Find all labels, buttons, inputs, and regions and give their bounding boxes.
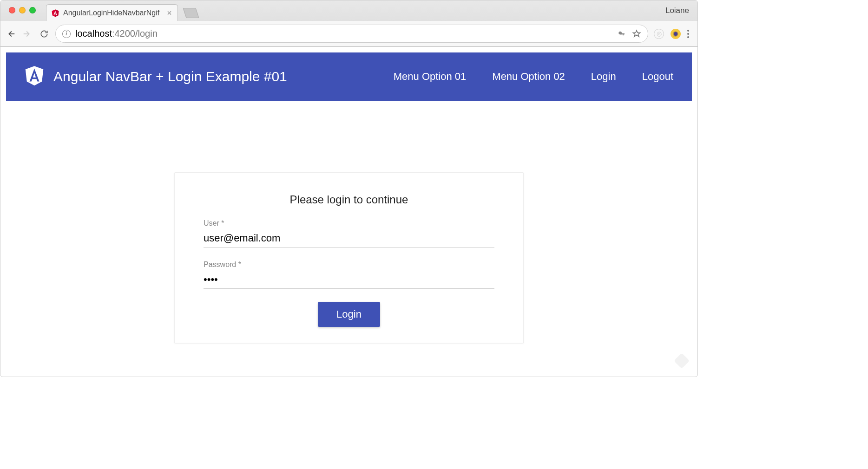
window-controls <box>5 0 41 13</box>
arrow-left-icon <box>6 29 16 39</box>
forward-button <box>22 28 33 39</box>
login-card: Please login to continue User * Password… <box>174 172 524 343</box>
password-label: Password * <box>204 261 494 269</box>
reload-button[interactable] <box>39 28 50 39</box>
new-tab-button[interactable] <box>183 8 199 18</box>
nav-link-menu-02[interactable]: Menu Option 02 <box>492 71 565 83</box>
tab-title: AngularLoginHideNavbarNgif <box>63 9 159 17</box>
address-bar[interactable]: i localhost:4200/login <box>55 25 648 43</box>
extension-icon[interactable] <box>671 29 681 39</box>
nav-link-menu-01[interactable]: Menu Option 01 <box>394 71 467 83</box>
login-button[interactable]: Login <box>318 302 380 327</box>
password-input[interactable] <box>204 271 494 289</box>
reload-icon <box>39 29 49 39</box>
page-content: Angular NavBar + Login Example #01 Menu … <box>0 52 697 343</box>
user-field: User * <box>204 219 494 248</box>
nav-link-logout[interactable]: Logout <box>642 71 673 83</box>
browser-toolbar: i localhost:4200/login ◎ <box>0 21 697 46</box>
star-icon[interactable] <box>632 29 641 39</box>
toolbar-right: ◎ <box>654 29 693 39</box>
arrow-right-icon <box>22 29 33 39</box>
browser-tab[interactable]: AngularLoginHideNavbarNgif × <box>46 4 178 21</box>
site-info-icon[interactable]: i <box>62 30 71 38</box>
angular-shield-icon <box>25 66 44 87</box>
user-input[interactable] <box>204 229 494 248</box>
key-icon[interactable] <box>618 30 625 38</box>
back-button[interactable] <box>5 28 16 39</box>
nav-title: Angular NavBar + Login Example #01 <box>53 69 287 85</box>
url-host: localhost <box>75 28 112 39</box>
feedly-icon <box>673 352 690 369</box>
close-window-button[interactable] <box>9 7 15 13</box>
browser-menu-button[interactable] <box>687 30 689 38</box>
app-navbar: Angular NavBar + Login Example #01 Menu … <box>6 52 692 101</box>
svg-point-0 <box>674 32 677 35</box>
close-tab-icon[interactable]: × <box>167 9 172 17</box>
tab-bar: AngularLoginHideNavbarNgif × Loiane <box>0 0 697 21</box>
angular-icon <box>51 9 59 17</box>
browser-profile-name[interactable]: Loiane <box>657 0 697 21</box>
url-port-path: :4200/login <box>112 28 158 39</box>
url-display: localhost:4200/login <box>75 28 158 39</box>
login-heading: Please login to continue <box>204 193 494 206</box>
nav-logo: Angular NavBar + Login Example #01 <box>25 66 287 87</box>
minimize-window-button[interactable] <box>19 7 26 13</box>
extension-icon[interactable]: ◎ <box>654 29 664 39</box>
maximize-window-button[interactable] <box>29 7 36 13</box>
user-label: User * <box>204 219 494 228</box>
nav-link-login[interactable]: Login <box>591 71 616 83</box>
browser-chrome: AngularLoginHideNavbarNgif × Loiane i lo… <box>0 0 697 47</box>
nav-links: Menu Option 01 Menu Option 02 Login Logo… <box>394 71 673 83</box>
password-field: Password * <box>204 261 494 289</box>
svg-rect-1 <box>674 353 690 369</box>
